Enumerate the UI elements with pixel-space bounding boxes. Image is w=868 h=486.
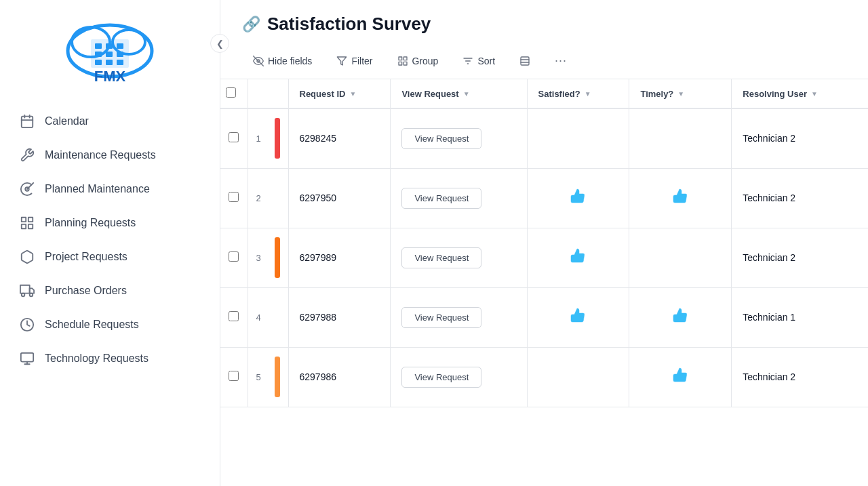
row-checkbox[interactable] — [229, 251, 239, 262]
hide-fields-icon — [253, 56, 264, 66]
view-request-button[interactable]: View Request — [401, 307, 481, 328]
thumbs-up-icon — [570, 250, 586, 267]
select-all-checkbox[interactable] — [226, 87, 236, 98]
satisfaction-survey-icon: 🔗 — [242, 16, 260, 33]
logo-area: FMX — [0, 0, 220, 99]
svg-rect-5 — [106, 43, 113, 49]
no-indicator — [273, 178, 278, 218]
row-checkbox-cell — [220, 228, 248, 287]
row-number: 3 — [256, 253, 267, 263]
more-button[interactable]: ··· — [544, 48, 578, 73]
row-checkbox[interactable] — [229, 311, 239, 321]
filter-button[interactable]: Filter — [326, 50, 383, 72]
sidebar-item-label: Purchase Orders — [45, 285, 127, 297]
row-checkbox[interactable] — [229, 192, 239, 202]
sidebar-item-calendar[interactable]: Calendar — [0, 104, 220, 138]
sidebar-item-label: Maintenance Requests — [45, 149, 156, 161]
thumbs-up-icon — [570, 190, 586, 207]
svg-rect-36 — [399, 62, 402, 65]
svg-rect-20 — [28, 218, 33, 222]
svg-rect-12 — [117, 60, 123, 65]
row-number: 5 — [256, 372, 267, 382]
svg-rect-9 — [117, 52, 123, 57]
request-id-cell: 6297988 — [288, 287, 391, 347]
sidebar-item-label: Technology Requests — [45, 352, 149, 365]
request-id-cell: 6298245 — [288, 108, 391, 168]
table-row: 4 6297988View Request Technician 1 — [220, 287, 868, 347]
timely-cell — [629, 108, 732, 168]
project-icon — [19, 249, 35, 265]
svg-rect-34 — [399, 57, 402, 60]
view-request-header: View Request ▼ — [391, 79, 527, 108]
sidebar-item-planning-requests[interactable]: Planning Requests — [0, 206, 220, 240]
svg-point-25 — [22, 293, 25, 297]
svg-marker-24 — [30, 288, 34, 293]
sidebar-navigation: Calendar Maintenance Requests Planned Ma… — [0, 99, 220, 486]
schedule-icon — [19, 317, 35, 333]
view-request-button[interactable]: View Request — [401, 367, 481, 388]
view-request-cell: View Request — [391, 287, 527, 347]
svg-rect-21 — [28, 224, 33, 228]
request-id-cell: 6297986 — [288, 347, 391, 407]
resolving-user-cell: Technician 2 — [732, 228, 868, 287]
planning-icon — [19, 215, 35, 231]
svg-rect-41 — [521, 57, 529, 65]
table-row: 1 6298245View RequestTechnician 2 — [220, 108, 868, 168]
sort-icon: ▼ — [677, 90, 684, 98]
row-checkbox[interactable] — [229, 132, 239, 142]
view-request-button[interactable]: View Request — [401, 128, 481, 149]
svg-rect-19 — [22, 218, 26, 222]
svg-rect-8 — [106, 52, 113, 57]
planned-maintenance-icon — [19, 181, 35, 197]
satisfied-cell — [527, 108, 629, 168]
svg-rect-22 — [22, 224, 26, 228]
hide-fields-button[interactable]: Hide fields — [242, 50, 323, 72]
density-button[interactable] — [509, 50, 541, 72]
resolving-user-header: Resolving User ▼ — [732, 79, 868, 108]
sidebar-item-technology-requests[interactable]: Technology Requests — [0, 342, 220, 376]
svg-rect-35 — [403, 57, 407, 60]
purchase-icon — [19, 283, 35, 299]
view-request-button[interactable]: View Request — [401, 188, 481, 209]
request-id-cell: 6297989 — [288, 228, 391, 287]
timely-header: Timely? ▼ — [629, 79, 732, 108]
thumbs-up-timely-icon — [672, 369, 688, 386]
row-number: 2 — [256, 193, 267, 203]
fmx-logo: FMX — [56, 14, 164, 88]
resolving-user-cell: Technician 1 — [732, 287, 868, 347]
row-meta-cell: 3 — [248, 228, 288, 287]
main-content: 🔗 Satisfaction Survey Hide fields Filter… — [220, 0, 868, 486]
wrench-icon — [19, 147, 35, 163]
row-checkbox-cell — [220, 347, 248, 407]
row-checkbox-cell — [220, 168, 248, 228]
sidebar-item-schedule-requests[interactable]: Schedule Requests — [0, 308, 220, 342]
row-meta-cell: 1 — [248, 108, 288, 168]
data-table-container[interactable]: Request ID ▼ View Request ▼ Satisfied? — [220, 79, 868, 486]
row-checkbox-cell — [220, 108, 248, 168]
sidebar-item-maintenance-requests[interactable]: Maintenance Requests — [0, 138, 220, 172]
svg-rect-6 — [117, 43, 123, 49]
sort-icon: ▼ — [349, 90, 356, 98]
group-button[interactable]: Group — [387, 50, 450, 72]
svg-text:FMX: FMX — [94, 68, 126, 85]
svg-rect-23 — [20, 285, 30, 293]
view-request-cell: View Request — [391, 108, 527, 168]
svg-rect-14 — [22, 117, 33, 128]
toolbar: Hide fields Filter Group Sort ··· — [220, 43, 868, 79]
svg-point-26 — [30, 293, 33, 297]
resolving-user-cell: Technician 2 — [732, 347, 868, 407]
sort-button[interactable]: Sort — [452, 50, 506, 72]
request-id-header: Request ID ▼ — [288, 79, 391, 108]
sidebar-item-project-requests[interactable]: Project Requests — [0, 240, 220, 274]
sidebar-collapse-button[interactable]: ❮ — [210, 34, 229, 53]
satisfaction-survey-table: Request ID ▼ View Request ▼ Satisfied? — [220, 79, 868, 407]
priority-indicator — [275, 118, 280, 159]
group-icon — [397, 56, 408, 66]
sort-icon: ▼ — [811, 90, 818, 98]
sidebar-item-purchase-orders[interactable]: Purchase Orders — [0, 274, 220, 308]
sidebar-item-label: Schedule Requests — [45, 319, 139, 331]
view-request-button[interactable]: View Request — [401, 247, 481, 268]
sidebar-item-planned-maintenance[interactable]: Planned Maintenance — [0, 172, 220, 206]
row-checkbox[interactable] — [229, 371, 239, 381]
no-indicator — [273, 297, 278, 338]
